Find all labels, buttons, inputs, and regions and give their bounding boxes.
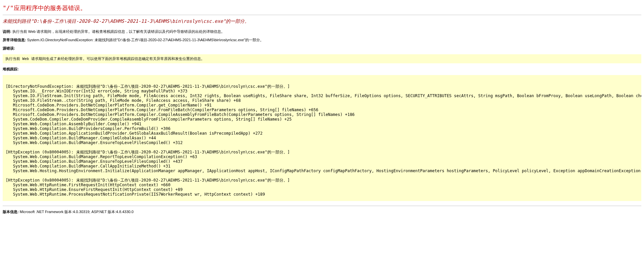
exception-details-text: System.IO.DirectoryNotFoundException: 未能… <box>26 38 264 42</box>
source-error-section: 源错误: <box>3 46 641 51</box>
source-error-text: 执行当前 Web 请求期间生成了未经处理的异常。可以使用下面的异常堆栈跟踪信息确… <box>3 55 641 63</box>
description-text: 执行当前 Web 请求期间，出现未经处理的异常。请检查堆栈跟踪信息，以了解有关该… <box>11 29 225 34</box>
error-message-heading: 未能找到路径"D:\备份-工作\项目-2020-02-27\AEHMS-2021… <box>3 18 641 24</box>
exception-details-section: 异常详细信息: System.IO.DirectoryNotFoundExcep… <box>3 38 641 43</box>
stack-trace-section: 堆栈跟踪: <box>3 67 641 72</box>
stack-trace-box: [DirectoryNotFoundException: 未能找到路径"D:\备… <box>3 75 641 201</box>
description-label: 说明: <box>3 29 11 34</box>
source-error-box: 执行当前 Web 请求期间生成了未经处理的异常。可以使用下面的异常堆栈跟踪信息确… <box>3 54 641 63</box>
exception-details-label: 异常详细信息: <box>3 38 26 42</box>
description-section: 说明: 执行当前 Web 请求期间，出现未经处理的异常。请检查堆栈跟踪信息，以了… <box>3 29 641 34</box>
page-title: "/"应用程序中的服务器错误。 <box>3 4 641 12</box>
source-error-label: 源错误: <box>3 46 15 50</box>
stack-trace-label: 堆栈跟踪: <box>3 67 19 71</box>
version-label: 版本信息: <box>3 210 19 214</box>
stack-trace-text: [DirectoryNotFoundException: 未能找到路径"D:\备… <box>4 76 641 200</box>
divider <box>3 15 641 15</box>
divider-bottom <box>3 206 641 206</box>
version-text: Microsoft .NET Framework 版本:4.0.30319; A… <box>19 210 133 214</box>
version-info: 版本信息: Microsoft .NET Framework 版本:4.0.30… <box>3 209 641 214</box>
